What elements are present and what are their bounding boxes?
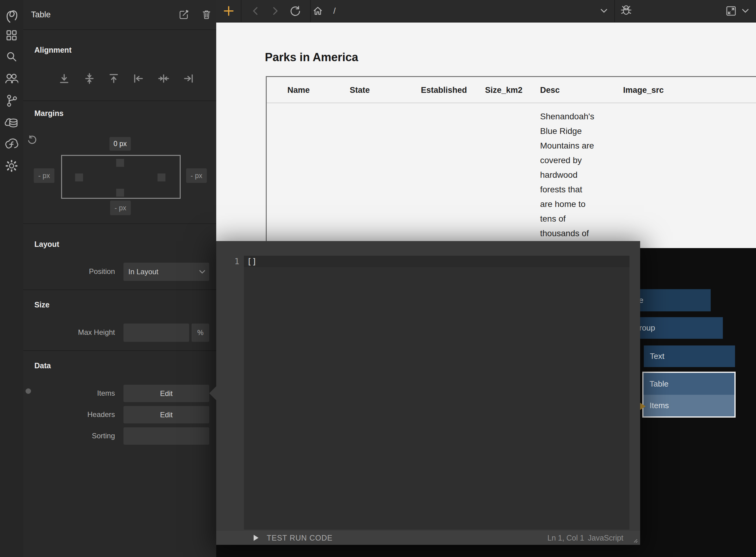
nav-forward-icon[interactable] — [271, 6, 279, 16]
inspector-title: Table — [31, 0, 51, 29]
fullscreen-expand-icon[interactable] — [726, 5, 736, 17]
tree-item-items-row[interactable]: Items — [643, 395, 734, 416]
align-left-icon[interactable] — [133, 73, 144, 84]
headers-label: Headers — [34, 410, 115, 419]
headers-edit-button[interactable]: Edit — [123, 406, 209, 423]
items-edit-button[interactable]: Edit — [123, 385, 209, 402]
line-number: 1 — [216, 256, 239, 267]
home-icon[interactable] — [313, 6, 323, 16]
max-height-label: Max Height — [34, 328, 115, 336]
git-branch-icon[interactable] — [5, 94, 18, 107]
test-run-code-button[interactable]: TEST RUN CODE — [267, 531, 333, 545]
editor-status-bar: TEST RUN CODE Ln 1, Col 1 JavaScript — [216, 531, 640, 545]
layout-heading: Layout — [34, 240, 59, 249]
rename-icon[interactable] — [179, 9, 189, 20]
parks-table[interactable]: Name State Established Size_km2 Desc Ima… — [266, 76, 756, 249]
margin-right-input[interactable]: - px — [186, 168, 207, 183]
column-header-size[interactable]: Size_km2 — [485, 86, 523, 95]
tree-item-group[interactable]: Group — [627, 317, 723, 339]
refresh-icon[interactable] — [289, 5, 301, 17]
search-icon[interactable] — [5, 51, 18, 63]
language-label: JavaScript — [588, 531, 623, 545]
add-component-button[interactable] — [223, 6, 234, 16]
page-title: Parks in America — [265, 51, 358, 64]
binding-port-dot[interactable] — [26, 388, 31, 394]
align-top-icon[interactable] — [108, 73, 119, 84]
delete-icon[interactable] — [201, 9, 212, 20]
column-header-desc[interactable]: Desc — [540, 86, 560, 95]
users-icon[interactable] — [5, 72, 18, 85]
app-builder-window: Table Alignment — [0, 0, 756, 557]
chevron-down-icon — [199, 269, 206, 274]
debug-bug-icon[interactable] — [620, 5, 632, 17]
position-label: Position — [34, 267, 115, 276]
dashboard-grid-icon[interactable] — [5, 29, 18, 41]
margin-top-input[interactable]: 0 px — [109, 137, 131, 151]
align-horizontal-center-icon[interactable] — [158, 73, 169, 84]
margin-right-handle[interactable] — [158, 174, 165, 181]
align-bottom-icon[interactable] — [59, 73, 70, 84]
modal-callout-tail — [209, 386, 216, 400]
left-nav-rail — [0, 0, 24, 557]
code-editor-textarea[interactable]: [] — [244, 256, 629, 530]
resize-grip-icon[interactable] — [632, 537, 638, 544]
functions-cloud-icon[interactable] — [5, 138, 19, 150]
margins-heading: Margins — [34, 109, 64, 118]
app-preview-canvas[interactable]: Parks in America Name State Established … — [216, 22, 756, 248]
margin-bottom-handle[interactable] — [116, 189, 124, 197]
column-header-established[interactable]: Established — [421, 86, 467, 95]
logo-icon[interactable] — [5, 8, 18, 24]
reset-margins-icon[interactable] — [27, 135, 37, 145]
sorting-input[interactable] — [123, 427, 209, 445]
margin-left-handle[interactable] — [75, 174, 83, 181]
items-code-editor-modal: 1 [] TEST RUN CODE Ln 1, Col 1 JavaScrip… — [216, 241, 640, 545]
data-heading: Data — [34, 361, 51, 370]
tree-item-table-row[interactable]: Table — [643, 373, 734, 395]
tree-item-table-selected[interactable]: Table Items — [642, 372, 736, 418]
size-heading: Size — [34, 300, 50, 309]
table-cell-desc: Shenandoah's Blue Ridge Mountains are co… — [540, 109, 619, 241]
margin-top-handle[interactable] — [116, 159, 124, 167]
data-cloud-icon[interactable] — [5, 116, 19, 129]
binding-arrow-icon — [639, 402, 645, 410]
column-header-image[interactable]: Image_src — [623, 86, 664, 95]
component-inspector-panel: Table Alignment — [23, 0, 216, 557]
cursor-position: Ln 1, Col 1 — [547, 531, 584, 545]
position-select[interactable]: In Layout — [123, 263, 209, 281]
align-vertical-center-icon[interactable] — [84, 73, 95, 84]
margins-diagram — [61, 155, 181, 199]
items-label: Items — [34, 389, 115, 398]
margin-left-input[interactable]: - px — [34, 168, 55, 183]
alignment-heading: Alignment — [34, 46, 71, 55]
preview-options-chevron-icon[interactable] — [742, 8, 749, 14]
code-line-1[interactable]: [] — [244, 256, 629, 267]
position-select-value: In Layout — [128, 263, 158, 281]
preview-toolbar: / — [216, 0, 756, 23]
screen-select-chevron-icon[interactable] — [600, 8, 608, 14]
column-header-state[interactable]: State — [350, 86, 370, 95]
max-height-input[interactable] — [123, 324, 189, 342]
column-header-name[interactable]: Name — [287, 86, 310, 95]
tree-item-text[interactable]: Text — [644, 346, 735, 367]
settings-gear-icon[interactable] — [5, 159, 18, 172]
margin-bottom-input[interactable]: - px — [110, 201, 131, 215]
sorting-label: Sorting — [34, 432, 115, 440]
route-path: / — [333, 0, 336, 22]
max-height-unit: % — [192, 324, 209, 342]
run-play-icon[interactable] — [254, 535, 258, 541]
align-right-icon[interactable] — [183, 73, 194, 84]
nav-back-icon[interactable] — [251, 6, 259, 16]
inspector-header: Table — [23, 0, 216, 30]
